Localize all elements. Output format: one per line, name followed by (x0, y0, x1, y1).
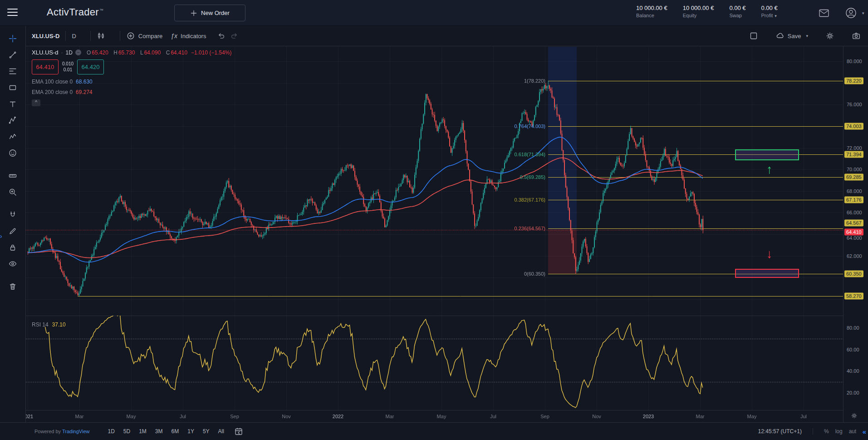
time-tick: 2023 (643, 414, 654, 419)
draw-tool[interactable] (4, 224, 21, 238)
screenshot-camera-icon[interactable] (852, 31, 861, 40)
trend-line-tool[interactable] (4, 48, 21, 62)
metric-value: 10 000.00 € (636, 5, 667, 11)
timeframe-5d[interactable]: 5D (120, 426, 134, 436)
metric-value: 10 000.00 € (683, 5, 714, 11)
metric-profit: 0.00 €Profit▾ (761, 5, 778, 18)
pitchfork-tool[interactable] (4, 113, 21, 127)
timeframe-3m[interactable]: 3M (152, 426, 167, 436)
legend-symbol: XLU.US-d (32, 49, 59, 56)
user-avatar-icon[interactable] (845, 7, 857, 19)
cloud-save-icon (775, 31, 785, 40)
user-menu-caret[interactable]: ▾ (862, 11, 864, 15)
percent-scale-button[interactable]: % (824, 428, 829, 435)
app-name: ActivTrader (47, 6, 99, 18)
goto-date-icon[interactable] (234, 427, 243, 436)
timeframe-6m[interactable]: 6M (168, 426, 183, 436)
buy-button[interactable]: 64.420 (77, 59, 104, 74)
new-order-button[interactable]: New Order (174, 5, 245, 21)
price-tick: 76.000 (847, 102, 862, 107)
price-level-label: 64.567 (844, 220, 863, 227)
time-tick: Sep (540, 414, 549, 419)
log-scale-button[interactable]: log (835, 428, 843, 435)
spread-indicator: 0.0100.01 (59, 59, 77, 74)
price-tick: 62.000 (847, 253, 862, 259)
divider (813, 428, 813, 435)
save-label: Save (788, 33, 801, 40)
time-tick: 2021 (26, 414, 33, 419)
zoom-tool[interactable] (4, 185, 21, 199)
compare-button[interactable]: Compare (126, 31, 162, 40)
layout-button[interactable] (749, 31, 758, 40)
patterns-tool[interactable] (4, 129, 21, 143)
time-tick: 2022 (333, 414, 343, 419)
fx-icon: ƒx (171, 32, 177, 40)
time-tick: Jul (800, 414, 807, 419)
emoji-tool[interactable] (4, 146, 21, 160)
compare-icon (126, 31, 135, 40)
timeframe-buttons: 1D5D1M3M6M1Y5YAll (104, 426, 228, 436)
auto-scale-button[interactable]: auto (849, 428, 856, 435)
measure-tool[interactable] (4, 168, 21, 183)
chart-toolbar: XLU.US-D D Compare ƒx Indicators Save ▾ (26, 26, 868, 46)
price-level-label: 67.176 (844, 197, 863, 203)
price-tick: 66.000 (847, 210, 862, 215)
legend-collapse-button[interactable]: ^ (32, 99, 40, 106)
save-button[interactable]: Save ▾ (775, 31, 808, 40)
price-level-label: 69.285 (844, 174, 863, 181)
timeframe-5y[interactable]: 5Y (199, 426, 213, 436)
red-rectangle[interactable] (735, 269, 799, 278)
tradingview-link[interactable]: TradingView (62, 429, 90, 434)
clock: 12:45:57 (UTC+1) (758, 428, 802, 435)
drawing-tools-sidebar (0, 26, 26, 422)
down-arrow[interactable]: ↓ (766, 247, 773, 261)
trash-tool[interactable] (4, 279, 21, 293)
object-tree-toggle[interactable]: › (0, 231, 5, 241)
green-rectangle[interactable] (735, 149, 799, 160)
timeframe-all[interactable]: All (215, 426, 228, 436)
magnet-tool[interactable] (4, 208, 21, 222)
price-tick: 68.000 (847, 188, 862, 194)
text-tool[interactable] (4, 97, 21, 111)
collapse-panel-chevron[interactable]: « (863, 428, 866, 435)
bottom-bar: Powered by TradingView 1D5D1M3M6M1Y5YAll… (0, 422, 868, 440)
sell-button[interactable]: 64.410 (32, 59, 59, 74)
legend-separator: · (61, 49, 63, 56)
up-arrow[interactable]: ↑ (766, 163, 773, 176)
mail-icon[interactable] (819, 9, 829, 18)
metric-label: Swap (729, 13, 745, 18)
settings-gear-icon[interactable] (825, 31, 834, 40)
metric-equity: 10 000.00 €Equity (683, 5, 714, 18)
price-axis[interactable]: 80.00076.00072.00070.00068.00066.00064.0… (843, 46, 868, 422)
timeframe-1m[interactable]: 1M (135, 426, 150, 436)
eye-tool[interactable] (4, 257, 21, 271)
time-axis[interactable]: 2021MarMayJulSepNov2022MarMayJulSepNov20… (26, 410, 843, 422)
symbol-label[interactable]: XLU.US-D (32, 33, 59, 40)
crosshair-tool[interactable] (4, 31, 21, 45)
toolbar-right-group: Save ▾ (749, 31, 868, 40)
redo-button[interactable] (230, 31, 239, 40)
shapes-tool[interactable] (4, 80, 21, 94)
chart-style-selector[interactable] (97, 31, 106, 40)
metric-balance: 10 000.00 €Balance (636, 5, 667, 18)
axis-settings-gear-icon[interactable] (851, 412, 858, 419)
indicators-button[interactable]: ƒx Indicators (171, 32, 206, 40)
ema200-legend: EMA 200 close 069.274 (32, 89, 232, 95)
timeframe-1d[interactable]: 1D (104, 426, 118, 436)
activtrader-app: ActivTrader™ New Order 10 000.00 €Balanc… (0, 0, 868, 440)
metric-value: 0.00 € (761, 5, 778, 11)
account-metrics: 10 000.00 €Balance10 000.00 €Equity0.00 … (636, 5, 778, 18)
timeframe-selector[interactable]: D (72, 33, 76, 40)
chart-legend: XLU.US-d · 1D − O65.420 H65.730 L64.090 … (32, 49, 232, 106)
rsi-tick: 80.00 (847, 325, 859, 331)
timeframe-1y[interactable]: 1Y (184, 426, 198, 436)
metric-value: 0.00 € (729, 5, 745, 11)
hamburger-menu-button[interactable] (7, 9, 18, 17)
fib-retracement-tool[interactable] (4, 64, 21, 78)
lock-tool[interactable] (4, 240, 21, 254)
chevron-down-icon[interactable]: ▾ (775, 14, 777, 18)
price-level-label: 60.350 (844, 270, 863, 277)
hide-series-icon[interactable]: − (75, 49, 81, 55)
trademark: ™ (99, 8, 103, 13)
undo-button[interactable] (217, 31, 226, 40)
